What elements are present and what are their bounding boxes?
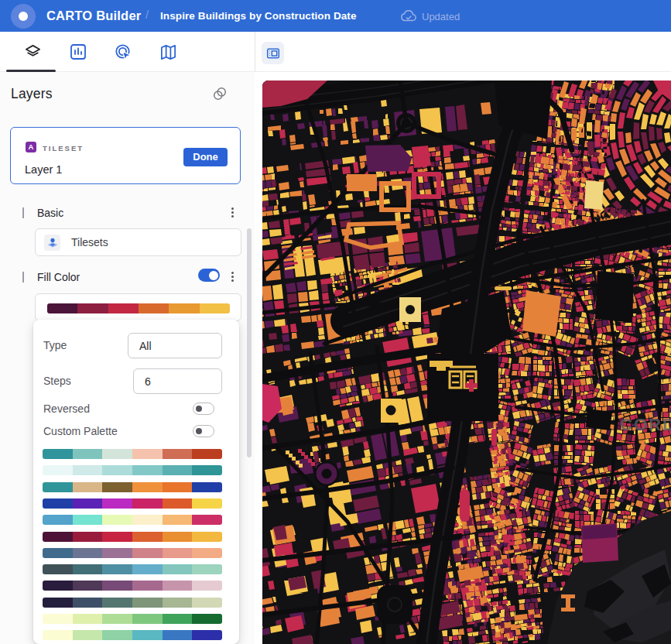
svg-text:CORD: CORD (620, 415, 671, 434)
